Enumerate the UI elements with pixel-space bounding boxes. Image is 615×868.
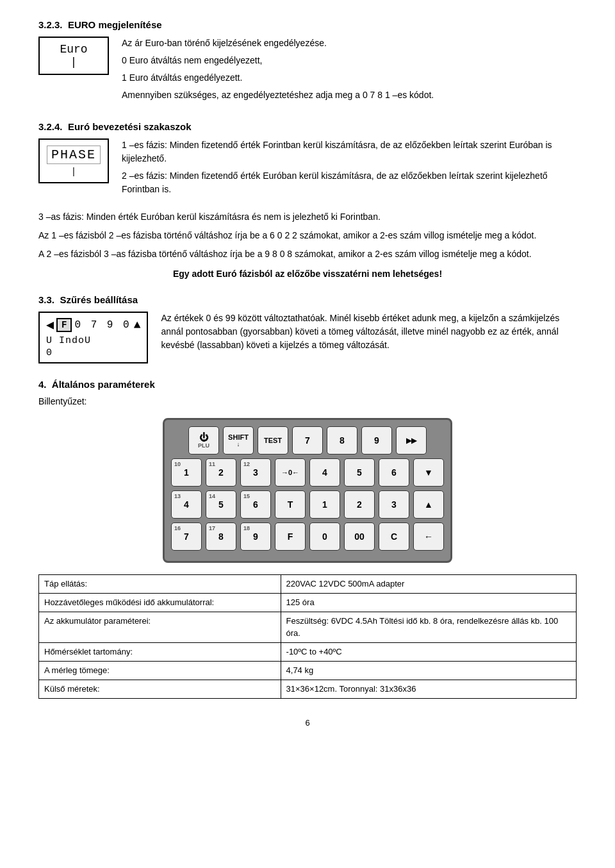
kb-key-shift-label: SHIFT [228, 433, 249, 441]
phase-text: 1 –es fázis: Minden fizetendő érték Fori… [122, 138, 577, 200]
phase-section: 3.2.4. Euró bevezetési szakaszok PHASE |… [38, 121, 577, 279]
keyboard-label: Billentyűzet: [38, 396, 577, 406]
kb-key-8-top: 17 [209, 525, 215, 531]
euro-title-text: EURO megjelenítése [68, 19, 162, 30]
kb-key-0[interactable]: 0 [309, 522, 340, 551]
kb-key-test[interactable]: TEST [258, 426, 288, 455]
filter-top-row: ◀ F 0 7 9 0 ▲ [46, 317, 140, 333]
spec-value-3: -10ºC to +40ºC [281, 642, 576, 661]
kb-key-5[interactable]: 14 5 [206, 490, 236, 519]
specs-row-3: Hőmérséklet tartomány:-10ºC to +40ºC [39, 642, 577, 661]
kb-key-9[interactable]: 18 9 [240, 522, 271, 551]
spec-value-4: 4,74 kg [281, 661, 576, 680]
kb-key-4-mid-label: 4 [322, 467, 327, 478]
kb-key-7-top[interactable]: 7 [292, 426, 323, 455]
phase-display: PHASE | [38, 138, 109, 183]
filter-left-arrow: ◀ [46, 317, 54, 333]
filter-section: 3.3. Szűrés beállítása ◀ F 0 7 9 0 ▲ U I… [38, 294, 577, 363]
spec-value-1: 125 óra [281, 594, 576, 612]
kb-key-2-label: 2 [218, 467, 224, 478]
kb-key-4[interactable]: 13 4 [171, 490, 202, 519]
spec-label-2: Az akkumulátor paraméterei: [39, 612, 281, 642]
kb-key-7[interactable]: 16 7 [171, 522, 202, 551]
kb-key-backspace[interactable]: ← [413, 522, 444, 551]
keyboard: ⏻ PLU SHIFT ↓ TEST 7 8 9 [163, 418, 452, 563]
kb-key-7-top-label: 7 [305, 435, 310, 446]
kb-key-up-label: ▲ [424, 499, 433, 510]
params-title-text: Általános paraméterek [52, 379, 155, 390]
kb-key-00-label: 00 [354, 531, 365, 542]
kb-row-3: 13 4 14 5 15 6 T 1 2 [171, 490, 444, 519]
euro-cursor: | [70, 56, 78, 69]
kb-key-3-bot-label: 3 [391, 499, 397, 510]
kb-key-up[interactable]: ▲ [413, 490, 444, 519]
filter-title-text: Szűrés beállítása [60, 294, 138, 305]
kb-key-4-mid[interactable]: 4 [309, 458, 340, 487]
filter-description: Az értékek 0 és 99 között változtathatóa… [161, 312, 577, 356]
kb-key-2-bot-label: 2 [357, 499, 362, 510]
kb-key-8-top[interactable]: 8 [327, 426, 357, 455]
keyboard-container: ⏻ PLU SHIFT ↓ TEST 7 8 9 [38, 418, 577, 563]
kb-key-zero-center[interactable]: →0← [275, 458, 306, 487]
kb-key-0-label: 0 [322, 531, 327, 542]
kb-key-power[interactable]: ⏻ PLU [188, 426, 219, 455]
phase-display-label: PHASE [47, 146, 101, 164]
kb-key-F[interactable]: F [275, 522, 306, 551]
filter-second-line: U IndoU [46, 335, 140, 346]
kb-key-fastforward[interactable]: ▶▶ [396, 426, 427, 455]
kb-key-T-label: T [288, 499, 293, 510]
kb-key-down[interactable]: ▼ [413, 458, 444, 487]
kb-key-6-mid[interactable]: 6 [379, 458, 409, 487]
filter-title-num: 3.3. [38, 294, 54, 305]
phase-cursor: | [71, 167, 76, 177]
kb-row-1: ⏻ PLU SHIFT ↓ TEST 7 8 9 [171, 426, 444, 455]
kb-key-3-bot[interactable]: 3 [379, 490, 409, 519]
kb-key-7-top-num: 16 [174, 525, 181, 531]
kb-key-5-mid[interactable]: 5 [344, 458, 375, 487]
kb-key-1-label: 1 [184, 467, 189, 478]
spec-label-5: Külső méretek: [39, 680, 281, 699]
kb-key-7-label: 7 [184, 531, 189, 542]
kb-key-8[interactable]: 17 8 [206, 522, 236, 551]
kb-key-00[interactable]: 00 [344, 522, 375, 551]
kb-key-1-bot[interactable]: 1 [309, 490, 340, 519]
kb-key-T[interactable]: T [275, 490, 306, 519]
euro-section: 3.2.3. EURO megjelenítése Euro | Az ár E… [38, 19, 577, 106]
phase-row: PHASE | 1 –es fázis: Minden fizetendő ér… [38, 138, 577, 200]
spec-label-3: Hőmérséklet tartomány: [39, 642, 281, 661]
kb-key-8-label: 8 [218, 531, 224, 542]
spec-label-4: A mérleg tömege: [39, 661, 281, 680]
kb-key-test-label: TEST [264, 437, 282, 444]
spec-value-2: Feszültség: 6VDC 4.5Ah Töltési idő kb. 8… [281, 612, 576, 642]
kb-key-shift[interactable]: SHIFT ↓ [223, 426, 254, 455]
specs-table: Táp ellátás:220VAC 12VDC 500mA adapterHo… [38, 574, 577, 699]
kb-key-8-top-label: 8 [340, 435, 345, 446]
kb-key-2[interactable]: 11 2 [206, 458, 236, 487]
kb-key-C[interactable]: C [379, 522, 409, 551]
specs-row-4: A mérleg tömege:4,74 kg [39, 661, 577, 680]
transition23-text: A 2 –es fázisból 3 –as fázisba történő v… [38, 247, 577, 261]
kb-key-3-label: 3 [253, 467, 258, 478]
specs-row-5: Külső méretek:31×36×12cm. Toronnyal: 31x… [39, 680, 577, 699]
page-number: 6 [38, 718, 577, 728]
euro-opt1: 1 Euro átváltás engedélyezett. [122, 71, 577, 85]
euro-title: 3.2.3. EURO megjelenítése [38, 19, 577, 30]
kb-key-1[interactable]: 10 1 [171, 458, 202, 487]
filter-desc-text: Az értékek 0 és 99 között változtathatóa… [161, 312, 577, 352]
kb-key-4-label: 4 [184, 499, 189, 510]
kb-key-9-top[interactable]: 9 [361, 426, 392, 455]
phase3-text: 3 –as fázis: Minden érték Euróban kerül … [38, 210, 577, 224]
euro-desc2: Amennyiben szükséges, az engedélyeztetés… [122, 88, 577, 102]
transition12-text: Az 1 –es fázisból 2 –es fázisba történő … [38, 229, 577, 242]
kb-key-3-top: 12 [243, 461, 250, 467]
euro-display-label: Euro [60, 43, 87, 56]
kb-key-6-top: 15 [243, 493, 250, 499]
kb-key-6[interactable]: 15 6 [240, 490, 271, 519]
kb-row-4: 16 7 17 8 18 9 F 0 00 [171, 522, 444, 551]
kb-key-3[interactable]: 12 3 [240, 458, 271, 487]
kb-key-zerocenter-label: →0← [281, 469, 299, 476]
euro-opt0: 0 Euro átváltás nem engedélyezett, [122, 54, 577, 67]
kb-key-9-top: 18 [243, 525, 250, 531]
kb-key-6-label: 6 [253, 499, 258, 510]
kb-key-2-bot[interactable]: 2 [344, 490, 375, 519]
